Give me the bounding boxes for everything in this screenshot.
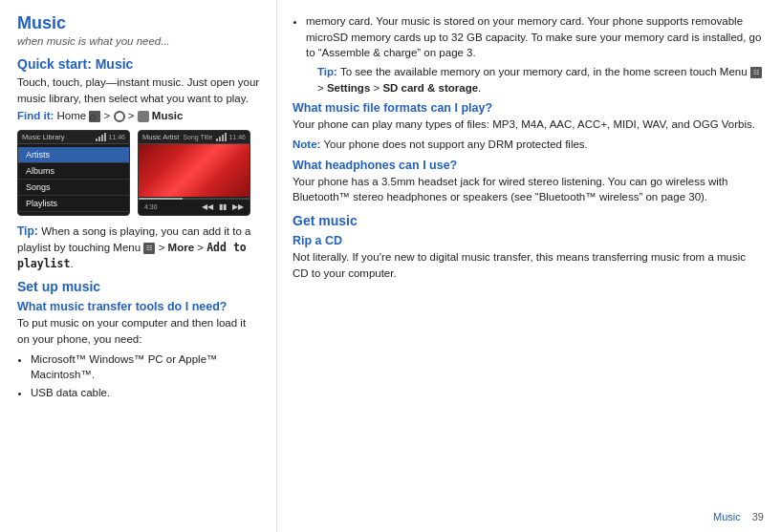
player-controls: ◀◀ ▮▮ ▶▶	[202, 202, 244, 211]
quick-start-text: Touch, touch, play—instant music. Just o…	[17, 74, 261, 106]
headphones-text: Your phone has a 3.5mm headset jack for …	[293, 174, 764, 205]
screen-left-title: Music Library	[22, 133, 65, 141]
play-btn: ▮▮	[219, 202, 227, 211]
rip-cd-subheading: Rip a CD	[293, 234, 764, 247]
left-column: Music when music is what you need... Qui…	[0, 0, 277, 532]
transfer-text: To put music on your computer and then l…	[17, 315, 261, 347]
screen-right-subtitle: Song Title	[183, 134, 212, 140]
screen-right-header: Music Artist Song Title 11:46	[139, 131, 249, 144]
signal-bars-right	[216, 134, 227, 141]
screen-left-status: 11:46	[96, 134, 125, 141]
bullet-microsoft: Microsoft™ Windows™ PC or Apple™ Macinto…	[31, 351, 261, 383]
page-footer: Music 39	[713, 511, 764, 522]
rbar4	[225, 133, 227, 141]
rbar2	[219, 137, 221, 141]
arrow-sep1: >	[104, 110, 114, 121]
note-block: Note: Your phone does not support any DR…	[293, 137, 764, 153]
bar3	[101, 135, 103, 141]
menu-icon-right: ☷	[750, 67, 762, 78]
progress-fill	[139, 198, 183, 200]
menu-albums: Albums	[18, 163, 129, 180]
menu-songs: Songs	[18, 180, 129, 196]
memory-text: memory card. Your music is stored on you…	[306, 15, 761, 58]
find-it: Find it: Home ⌂ > > Music	[17, 110, 261, 122]
music-icon-small	[138, 111, 149, 122]
screen-left-header: Music Library 11:46	[18, 131, 129, 144]
bullet-usb: USB data cable.	[31, 385, 261, 401]
right-bullets: memory card. Your music is stored on you…	[306, 13, 764, 96]
tip-memory-suffix: > Settings > SD card & storage.	[317, 82, 481, 94]
formats-heading: What music file formats can I play?	[293, 101, 764, 115]
right-column: memory card. Your music is stored on you…	[277, 0, 781, 532]
arrow-sep2: >	[128, 110, 138, 121]
screens-container: Music Library 11:46 Artists Albums Songs…	[17, 130, 261, 216]
tip-memory-text: To see the available memory on your memo…	[340, 66, 750, 77]
get-music-heading: Get music	[293, 213, 764, 228]
bar4	[104, 133, 106, 141]
rip-cd-text: Not literally. If you’re new to digital …	[293, 249, 764, 281]
screen-left-time: 11:46	[108, 134, 125, 140]
music-menu: Artists Albums Songs Playlists	[18, 144, 129, 215]
screen-right-title: Music Artist	[142, 133, 179, 141]
bullet-memory: memory card. Your music is stored on you…	[306, 13, 764, 96]
player-bar: 4:36 ◀◀ ▮▮ ▶▶	[139, 201, 249, 213]
headphones-heading: What headphones can I use?	[293, 159, 764, 172]
screen-right-status: 11:46	[216, 134, 246, 141]
find-it-text: Home	[57, 110, 90, 121]
formats-text: Your phone can play many types of files:…	[293, 117, 764, 133]
rbar3	[222, 135, 224, 141]
screen-left: Music Library 11:46 Artists Albums Songs…	[17, 130, 130, 216]
music-label: Music	[152, 110, 184, 121]
transfer-bullets: Microsoft™ Windows™ PC or Apple™ Macinto…	[31, 351, 261, 401]
next-btn: ▶▶	[232, 202, 244, 211]
screen-right-time: 11:46	[228, 134, 246, 140]
transfer-subheading: What music transfer tools do I need?	[17, 300, 261, 313]
home-icon: ⌂	[89, 111, 100, 122]
subtitle: when music is what you need...	[17, 35, 261, 47]
circle-icon	[114, 111, 125, 122]
note-label: Note:	[293, 138, 320, 150]
page-title: Music	[17, 13, 261, 33]
signal-bars	[96, 134, 106, 141]
set-up-music-heading: Set up music	[17, 279, 261, 294]
quick-start-heading: Quick start: Music	[17, 56, 261, 72]
bar1	[96, 138, 98, 141]
note-text: Your phone does not support any DRM prot…	[323, 138, 587, 150]
menu-artists: Artists	[18, 147, 129, 163]
duration: 4:36	[144, 203, 158, 210]
menu-playlists: Playlists	[18, 196, 129, 212]
tip-block: Tip: When a song is playing, you can add…	[17, 223, 261, 271]
tip-memory: Tip: To see the available memory on your…	[317, 64, 764, 96]
menu-icon-inline: ☷	[143, 243, 155, 254]
rbar1	[216, 138, 218, 141]
find-it-label: Find it:	[17, 110, 54, 121]
screen-right: Music Artist Song Title 11:46 4:36	[138, 130, 250, 216]
prev-btn: ◀◀	[202, 202, 213, 211]
bar2	[98, 137, 100, 141]
tip-label: Tip:	[17, 224, 38, 238]
footer-page: 39	[752, 511, 764, 522]
progress-bar	[139, 198, 249, 200]
tip-memory-label: Tip:	[317, 66, 337, 77]
footer-label: Music	[713, 511, 741, 522]
album-art	[139, 144, 249, 197]
